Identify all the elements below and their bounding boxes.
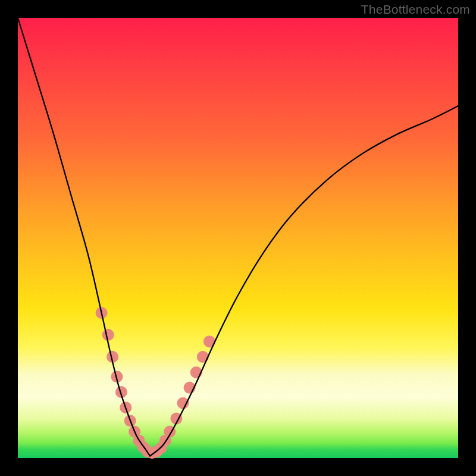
marker-layer — [96, 307, 215, 459]
data-marker — [197, 351, 209, 363]
curve-right-arm — [150, 106, 458, 456]
plot-area — [18, 18, 458, 458]
data-marker — [102, 329, 114, 341]
watermark-text: TheBottleneck.com — [361, 2, 470, 17]
chart-svg — [18, 18, 458, 458]
curve-left-arm — [18, 18, 150, 456]
chart-frame: TheBottleneck.com — [0, 0, 476, 476]
